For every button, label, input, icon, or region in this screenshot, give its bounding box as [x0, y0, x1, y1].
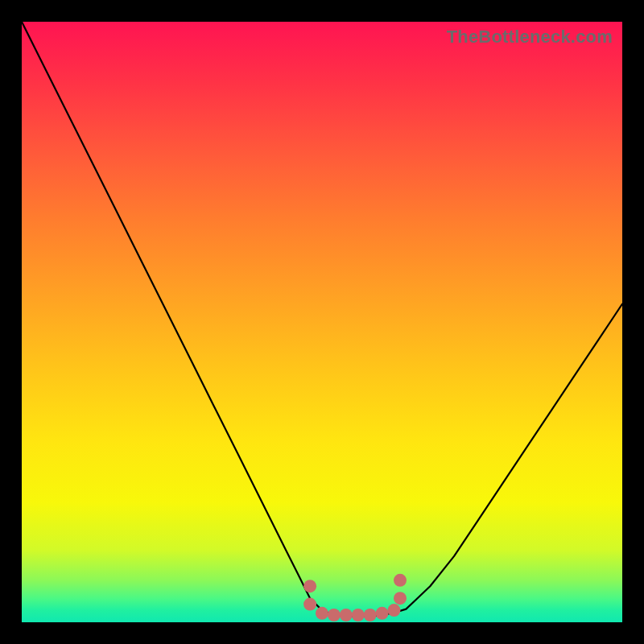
valley-dot [364, 609, 377, 621]
chart-frame: TheBottleneck.com [0, 0, 644, 644]
curve-layer [22, 22, 622, 622]
valley-dot [316, 607, 328, 620]
valley-dot [388, 604, 401, 617]
valley-dot [340, 609, 353, 621]
valley-dots-group [303, 574, 407, 621]
valley-dot [394, 592, 407, 605]
valley-dot [303, 580, 316, 592]
valley-dot [376, 607, 389, 620]
valley-dot [328, 609, 341, 621]
valley-dot [394, 574, 407, 587]
bottleneck-curve [22, 22, 622, 617]
valley-dot [352, 609, 365, 621]
plot-area: TheBottleneck.com [22, 22, 622, 622]
valley-dot [303, 598, 316, 611]
